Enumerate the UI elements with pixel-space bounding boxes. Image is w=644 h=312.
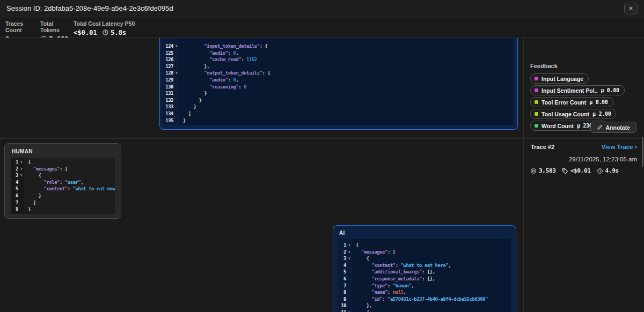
trace1-feedback-section: Feedback Input LanguageInput Sentiment P…: [524, 38, 644, 138]
line-number: 2: [11, 166, 18, 173]
gutter-spacer: [173, 110, 179, 117]
feedback-badge[interactable]: Tool Usage Countμ 2.00: [530, 109, 616, 119]
code-text: "audio": 0,: [179, 50, 238, 57]
feedback-badge[interactable]: Input Language: [530, 73, 589, 84]
gutter-spacer: [18, 192, 24, 199]
stat-value: <$0.01: [74, 28, 97, 36]
gutter-spacer: [173, 90, 179, 97]
code-line: 124∨ "input_token_details": {: [162, 43, 514, 50]
line-number: 124: [162, 43, 173, 50]
code-line: 1∨{: [11, 159, 115, 166]
code-line: 132 }: [162, 97, 514, 104]
code-line: 11∨ {: [338, 309, 511, 312]
close-button[interactable]: ×: [624, 3, 638, 14]
line-number: 7: [338, 283, 346, 289]
line-number: 132: [162, 97, 173, 104]
feedback-badge[interactable]: Input Sentiment Pol..μ 0.00: [530, 85, 625, 95]
collapse-icon[interactable]: ∨: [346, 255, 352, 262]
badge-label: Tool Usage Count: [541, 111, 589, 117]
metric-dot-icon: [535, 112, 538, 116]
metric-dot-icon: [535, 100, 538, 104]
code-line: 6 "response_metadata": {},: [338, 276, 511, 283]
code-text: "additional_kwargs": {},: [352, 269, 435, 276]
collapse-icon[interactable]: ∨: [173, 43, 179, 50]
stat-label: Total Tokens: [40, 20, 74, 33]
pencil-icon: [597, 124, 603, 130]
gutter-spacer: [173, 97, 179, 104]
scrollbar-thumb[interactable]: [642, 137, 643, 167]
annotate-label: Annotate: [606, 124, 631, 131]
annotate-button[interactable]: Annotate: [590, 122, 637, 133]
code-line: 126 "cache_read": 1152: [162, 56, 514, 63]
gutter-spacer: [346, 262, 352, 269]
code-text: {: [352, 309, 369, 312]
gutter-spacer: [173, 56, 179, 63]
feedback-badge[interactable]: Tool Error Countμ 0.00: [530, 97, 613, 107]
collapse-icon[interactable]: ∨: [18, 172, 24, 179]
trace1-output-panel[interactable]: 124∨ "input_token_details": {125 "audio"…: [159, 38, 518, 130]
stat-label: Latency P50: [102, 20, 135, 27]
line-number: 8: [11, 206, 18, 213]
trace-title: Trace #2: [531, 144, 554, 150]
gutter-spacer: [346, 296, 352, 303]
session-detail-view: Session ID: 2dbfaba5-208e-49e9-a5e4-2e3c…: [0, 0, 644, 312]
line-number: 6: [338, 276, 346, 283]
code-line: 3∨ {: [11, 172, 115, 179]
session-title: Session ID: 2dbfaba5-208e-49e9-a5e4-2e3c…: [6, 4, 173, 12]
code-text: ]: [24, 199, 36, 206]
ai-message-panel[interactable]: AI 1∨{2∨ "messages": [3∨ {4 "content": "…: [333, 225, 516, 312]
line-number: 1: [338, 242, 346, 249]
code-line: 7 ]: [11, 199, 115, 206]
collapse-icon[interactable]: ∨: [18, 166, 24, 173]
code-text: "messages": [: [24, 166, 68, 173]
badge-label: Word Count: [541, 123, 574, 129]
line-number: 2: [338, 249, 346, 256]
code-text: {: [352, 242, 358, 249]
stat-total-tokens: Total Tokens 7,668: [40, 20, 74, 37]
code-text: {: [24, 159, 31, 166]
collapse-icon[interactable]: ∨: [173, 70, 179, 77]
code-line: 134 ]: [162, 110, 514, 117]
line-number: 125: [162, 50, 173, 57]
line-number: 129: [162, 77, 173, 84]
trace-stats: 3,583 <$0.01 4.9s: [530, 167, 619, 174]
collapse-icon[interactable]: ∨: [346, 249, 352, 256]
stat-label: Total Cost: [74, 20, 102, 27]
message-role-label: HUMAN: [12, 148, 115, 154]
view-trace-link[interactable]: View Trace ›: [601, 143, 637, 150]
code-line: 8}: [11, 206, 115, 213]
stat-latency-p50: Latency P50 5.8s: [102, 20, 135, 37]
badge-value: μ 0.00: [601, 87, 619, 93]
code-line: 3∨ {: [338, 255, 511, 262]
gutter-spacer: [346, 276, 352, 283]
line-number: 4: [11, 179, 18, 186]
collapse-icon[interactable]: ∨: [346, 309, 352, 312]
code-line: 10 },: [338, 302, 511, 309]
json-viewer: 1∨{2∨ "messages": [3∨ {4 "role": "user",…: [11, 158, 115, 214]
code-line: 127 },: [162, 63, 514, 70]
collapse-icon[interactable]: ∨: [346, 242, 352, 249]
code-line: 6 }: [11, 192, 115, 199]
code-text: "id": "a570431c-b237-4b40-a9f4-dcba55cb6…: [352, 296, 488, 303]
line-number: 8: [338, 289, 346, 296]
code-text: "type": "human",: [352, 283, 414, 289]
session-stats-bar: Traces Count 2 Total Tokens 7,668 Total …: [0, 18, 644, 38]
gutter-spacer: [346, 289, 352, 296]
line-number: 127: [162, 63, 173, 70]
line-number: 9: [338, 296, 346, 303]
line-number: 128: [162, 70, 173, 77]
code-text: "response_metadata": {},: [352, 276, 435, 283]
code-text: }: [179, 117, 186, 124]
line-number: 130: [162, 84, 173, 91]
tag-icon: [562, 168, 568, 174]
code-line: 131 }: [162, 90, 514, 97]
metric-dot-icon: [535, 88, 538, 92]
gutter-spacer: [173, 63, 179, 70]
human-message-panel[interactable]: HUMAN 1∨{2∨ "messages": [3∨ {4 "role": "…: [4, 143, 121, 219]
collapse-icon[interactable]: ∨: [18, 159, 24, 166]
stat-traces-count: Traces Count 2: [5, 20, 40, 37]
code-text: "input_token_details": {: [179, 43, 267, 50]
trace-timestamp: 29/11/2025, 12:23:05 am: [569, 156, 637, 162]
gutter-spacer: [18, 185, 24, 192]
line-number: 3: [11, 172, 18, 179]
